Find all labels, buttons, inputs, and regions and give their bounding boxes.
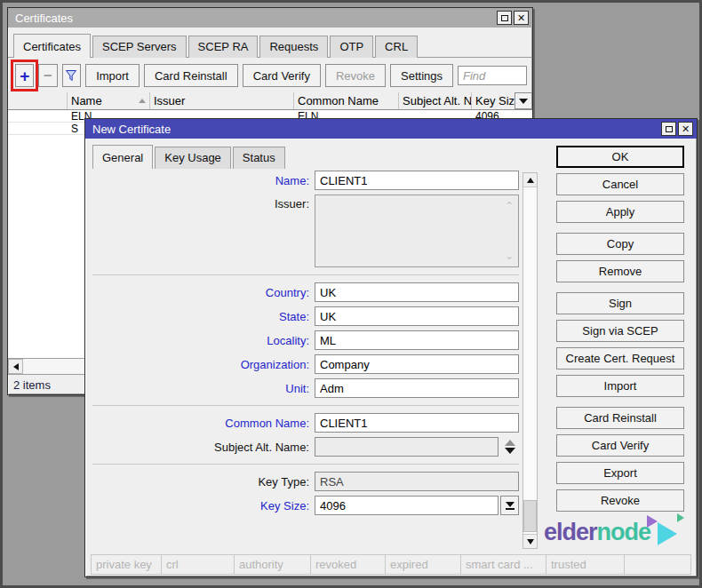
apply-button[interactable]: Apply: [556, 201, 684, 223]
settings-button[interactable]: Settings: [390, 64, 453, 87]
form-vertical-scrollbar[interactable]: [523, 172, 538, 549]
sign-button[interactable]: Sign: [556, 292, 684, 314]
dialog-maximize-button[interactable]: [661, 122, 676, 136]
table-header: Name Issuer Common Name Subject Alt. Na.…: [8, 92, 532, 110]
tab-certificates[interactable]: Certificates: [13, 34, 91, 58]
locality-field[interactable]: [315, 330, 519, 350]
minus-icon: −: [44, 68, 52, 83]
tab-otp[interactable]: OTP: [330, 36, 373, 58]
import-button[interactable]: Import: [85, 64, 140, 87]
scroll-left-button[interactable]: [8, 359, 23, 374]
maximize-icon: [501, 15, 508, 21]
form-row-key-size: Key Size:: [92, 496, 519, 515]
revoke-toolbar-button[interactable]: Revoke: [325, 64, 386, 87]
certificates-titlebar[interactable]: Certificates ✕: [8, 8, 532, 28]
form-row-organization: Organization:: [92, 354, 519, 374]
sign-via-scep-button[interactable]: Sign via SCEP: [556, 320, 684, 342]
spinner-up-icon: [505, 440, 515, 446]
dialog-close-button[interactable]: ✕: [678, 122, 693, 136]
key-type-label: Key Type:: [92, 475, 315, 489]
tab-status[interactable]: Status: [233, 147, 285, 169]
status-authority: authority: [235, 554, 311, 575]
card-reinstall-button[interactable]: Card Reinstall: [556, 407, 684, 429]
status-revoked: revoked: [311, 554, 386, 575]
column-issuer[interactable]: Issuer: [150, 92, 294, 109]
unit-field[interactable]: [315, 378, 519, 398]
column-subject-alt-name[interactable]: Subject Alt. Na...: [399, 92, 472, 109]
remove-button[interactable]: Remove: [556, 260, 684, 282]
chevron-up-icon[interactable]: ⌃: [505, 201, 514, 211]
subject-alt-name-spinner[interactable]: [501, 440, 519, 454]
add-button[interactable]: +: [15, 64, 34, 87]
subject-alt-name-field: [315, 437, 499, 457]
state-field[interactable]: [315, 306, 519, 326]
certificates-window-title: Certificates: [15, 12, 497, 25]
certificates-toolbar: + − Import Card Reinstall Card Verify Re…: [8, 58, 532, 92]
plus-icon: +: [20, 68, 29, 84]
chevron-down-icon[interactable]: ⌄: [505, 250, 514, 261]
certificates-tabbar: Certificates SCEP Servers SCEP RA Reques…: [8, 28, 532, 58]
filter-funnel-icon: [64, 68, 78, 83]
scrollbar-thumb[interactable]: [523, 500, 537, 532]
arrow-left-icon: [13, 363, 19, 370]
ok-button[interactable]: OK: [556, 146, 684, 168]
status-private-key: private key: [91, 554, 162, 575]
organization-label: Organization:: [92, 358, 315, 371]
key-size-dropdown-button[interactable]: [500, 496, 519, 515]
find-input[interactable]: [458, 66, 527, 85]
close-button[interactable]: ✕: [514, 11, 529, 25]
spinner-down-icon: [505, 448, 515, 454]
arrow-up-icon: [527, 178, 534, 183]
status-expired: expired: [386, 554, 461, 575]
form-row-name: Name:: [92, 171, 519, 190]
column-flags[interactable]: [8, 92, 68, 109]
form-row-common-name: Common Name:: [92, 413, 519, 433]
sort-ascending-icon: [139, 99, 146, 103]
tab-scep-servers[interactable]: SCEP Servers: [92, 36, 187, 58]
common-name-field[interactable]: [315, 413, 519, 433]
tab-key-usage[interactable]: Key Usage: [155, 147, 231, 169]
tab-scep-ra[interactable]: SCEP RA: [188, 36, 259, 58]
tab-general[interactable]: General: [92, 145, 153, 169]
unit-label: Unit:: [92, 382, 315, 395]
scroll-up-button[interactable]: [523, 173, 537, 187]
card-verify-button[interactable]: Card Verify: [243, 64, 321, 87]
separator: [92, 464, 519, 465]
column-key-size[interactable]: Key Siz...: [472, 92, 515, 109]
common-name-label: Common Name:: [92, 417, 315, 430]
dialog-titlebar[interactable]: New Certificate ✕: [85, 119, 697, 139]
subject-alt-name-label: Subject Alt. Name:: [92, 441, 315, 454]
logo-text-node: node: [597, 519, 651, 546]
form-row-issuer: Issuer: ⌃ ⌄: [92, 195, 519, 267]
tab-requests[interactable]: Requests: [259, 36, 328, 58]
cancel-button[interactable]: Cancel: [556, 173, 684, 195]
key-size-field[interactable]: [315, 496, 499, 515]
import-button[interactable]: Import: [556, 375, 684, 397]
export-button[interactable]: Export: [556, 462, 684, 484]
dialog-title: New Certificate: [92, 123, 661, 136]
form-row-state: State:: [92, 306, 519, 326]
organization-field[interactable]: [315, 354, 519, 374]
column-common-name[interactable]: Common Name: [294, 92, 399, 109]
arrow-down-icon: [527, 539, 534, 544]
issuer-field: ⌃ ⌄: [315, 195, 519, 267]
scroll-down-button[interactable]: [523, 534, 537, 548]
create-cert-request-button[interactable]: Create Cert. Request: [556, 347, 684, 369]
tab-crl[interactable]: CRL: [375, 36, 418, 58]
maximize-button[interactable]: [497, 11, 512, 25]
eldernode-logo: elder node: [544, 515, 684, 549]
column-name-label: Name: [71, 94, 102, 107]
remove-button[interactable]: −: [38, 64, 57, 87]
column-name[interactable]: Name: [68, 92, 150, 109]
dropdown-bar-icon: [506, 508, 515, 510]
status-smart-card: smart card ...: [461, 554, 546, 575]
card-verify-button[interactable]: Card Verify: [556, 434, 684, 457]
filter-button[interactable]: [62, 64, 81, 87]
revoke-button[interactable]: Revoke: [556, 489, 684, 512]
name-field[interactable]: [315, 171, 519, 190]
chevron-down-icon: [519, 99, 528, 104]
card-reinstall-button[interactable]: Card Reinstall: [144, 64, 238, 87]
country-field[interactable]: [315, 282, 519, 302]
copy-button[interactable]: Copy: [556, 233, 684, 255]
column-chooser-button[interactable]: [515, 92, 532, 109]
